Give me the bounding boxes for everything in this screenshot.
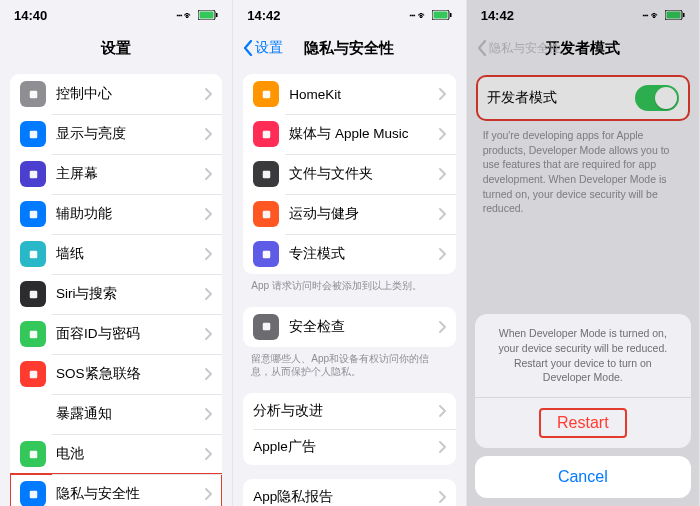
row-label: SOS紧急联络	[56, 365, 204, 383]
svg-rect-20	[263, 90, 271, 98]
action-sheet: When Developer Mode is turned on, your d…	[475, 314, 691, 498]
row-label: 控制中心	[56, 85, 204, 103]
chevron-right-icon	[204, 168, 212, 180]
row-icon	[20, 201, 46, 227]
row-icon	[253, 314, 279, 340]
settings-row[interactable]: 专注模式	[243, 234, 455, 274]
row-icon	[20, 241, 46, 267]
chevron-right-icon	[204, 208, 212, 220]
settings-row[interactable]: 暴露通知	[10, 394, 222, 434]
row-label: 隐私与安全性	[56, 485, 204, 503]
status-time: 14:42	[247, 8, 280, 23]
settings-row[interactable]: SOS紧急联络	[10, 354, 222, 394]
row-label: 暴露通知	[56, 405, 204, 423]
navbar: 设置	[0, 30, 232, 66]
row-label: 面容ID与密码	[56, 325, 204, 343]
chevron-right-icon	[438, 128, 446, 140]
settings-row[interactable]: 控制中心	[10, 74, 222, 114]
chevron-right-icon	[438, 491, 446, 503]
settings-row[interactable]: 显示与亮度	[10, 114, 222, 154]
row-icon	[20, 81, 46, 107]
svg-rect-13	[29, 490, 37, 498]
svg-rect-5	[29, 170, 37, 178]
row-icon	[253, 161, 279, 187]
svg-rect-4	[29, 130, 37, 138]
page-title: 设置	[101, 39, 131, 58]
chevron-right-icon	[204, 328, 212, 340]
svg-rect-10	[29, 370, 37, 378]
settings-row[interactable]: 面容ID与密码	[10, 314, 222, 354]
chevron-right-icon	[204, 488, 212, 500]
back-button[interactable]: 设置	[243, 39, 283, 57]
svg-rect-2	[216, 13, 218, 17]
settings-row[interactable]: 隐私与安全性	[10, 474, 222, 506]
svg-rect-21	[263, 130, 271, 138]
row-icon	[20, 321, 46, 347]
settings-row[interactable]: 运动与健身	[243, 194, 455, 234]
svg-rect-3	[29, 90, 37, 98]
battery-icon	[432, 10, 452, 20]
svg-rect-18	[433, 12, 447, 19]
cancel-button[interactable]: Cancel	[475, 456, 691, 498]
settings-row[interactable]: 媒体与 Apple Music	[243, 114, 455, 154]
chevron-right-icon	[438, 248, 446, 260]
chevron-right-icon	[438, 321, 446, 333]
chevron-right-icon	[438, 441, 446, 453]
settings-row[interactable]: Apple广告	[243, 429, 455, 465]
chevron-left-icon	[243, 40, 253, 56]
chevron-right-icon	[438, 208, 446, 220]
row-icon	[20, 361, 46, 387]
chevron-right-icon	[204, 368, 212, 380]
row-label: 分析与改进	[253, 402, 437, 420]
row-label: Apple广告	[253, 438, 437, 456]
row-label: 主屏幕	[56, 165, 204, 183]
row-icon	[20, 401, 46, 427]
row-icon	[20, 441, 46, 467]
row-label: 文件与文件夹	[289, 165, 437, 183]
row-icon	[253, 201, 279, 227]
row-icon	[253, 121, 279, 147]
status-time: 14:40	[14, 8, 47, 23]
row-label: App隐私报告	[253, 488, 437, 506]
svg-rect-6	[29, 210, 37, 218]
row-label: 媒体与 Apple Music	[289, 125, 437, 143]
settings-row[interactable]: 辅助功能	[10, 194, 222, 234]
svg-rect-1	[200, 12, 214, 19]
row-icon	[20, 161, 46, 187]
settings-row[interactable]: 安全检查	[243, 307, 455, 347]
svg-rect-12	[29, 450, 37, 458]
row-label: 专注模式	[289, 245, 437, 263]
chevron-right-icon	[438, 405, 446, 417]
svg-rect-23	[263, 210, 271, 218]
settings-row[interactable]: Siri与搜索	[10, 274, 222, 314]
privacy-screen: 14:42 ⋯ ᯤ 设置 隐私与安全性 HomeKit媒体与 Apple Mus…	[233, 0, 466, 506]
row-label: HomeKit	[289, 87, 437, 102]
group-hint: App 请求访问时会被添加到以上类别。	[233, 274, 465, 293]
svg-rect-19	[450, 13, 452, 17]
settings-row[interactable]: HomeKit	[243, 74, 455, 114]
row-label: 电池	[56, 445, 204, 463]
svg-rect-22	[263, 170, 271, 178]
sheet-message: When Developer Mode is turned on, your d…	[475, 314, 691, 397]
navbar: 设置 隐私与安全性	[233, 30, 465, 66]
row-label: 墙纸	[56, 245, 204, 263]
page-title: 隐私与安全性	[304, 39, 394, 58]
settings-row[interactable]: 电池	[10, 434, 222, 474]
svg-rect-11	[29, 410, 37, 418]
settings-row[interactable]: App隐私报告	[243, 479, 455, 507]
svg-rect-25	[263, 323, 271, 331]
group-hint: 留意哪些人、App和设备有权访问你的信息，从而保护个人隐私。	[233, 347, 465, 379]
settings-row[interactable]: 墙纸	[10, 234, 222, 274]
settings-row[interactable]: 分析与改进	[243, 393, 455, 429]
restart-button[interactable]: Restart	[475, 397, 691, 448]
svg-rect-7	[29, 250, 37, 258]
row-label: 显示与亮度	[56, 125, 204, 143]
settings-row[interactable]: 主屏幕	[10, 154, 222, 194]
svg-rect-9	[29, 330, 37, 338]
row-label: Siri与搜索	[56, 285, 204, 303]
status-bar: 14:42 ⋯ ᯤ	[233, 0, 465, 30]
settings-row[interactable]: 文件与文件夹	[243, 154, 455, 194]
row-icon	[253, 241, 279, 267]
chevron-right-icon	[204, 448, 212, 460]
row-label: 运动与健身	[289, 205, 437, 223]
